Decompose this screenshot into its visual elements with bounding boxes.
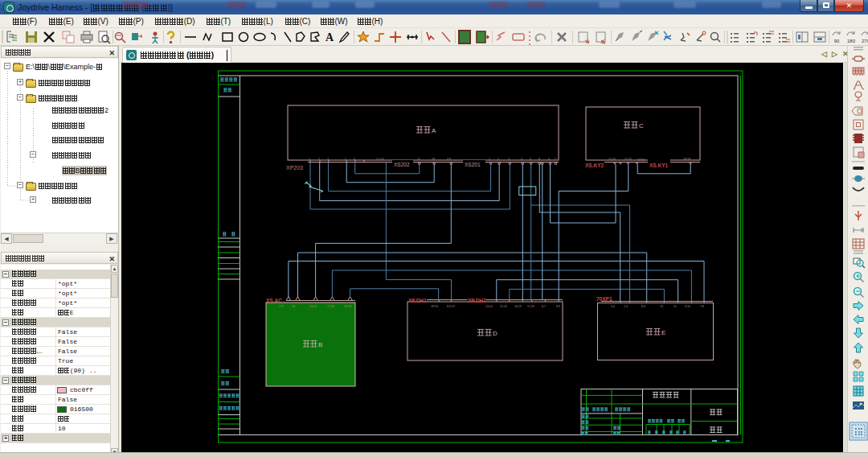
svg-text:8,9: 8,9 xyxy=(641,305,645,308)
svg-text:1: 1 xyxy=(309,158,310,161)
svg-text:15,16: 15,16 xyxy=(500,305,507,308)
svg-text:13,14: 13,14 xyxy=(309,305,317,308)
svg-text:8,9,19: 8,9,19 xyxy=(447,305,455,308)
svg-text:8,7: 8,7 xyxy=(542,305,546,308)
svg-text:3,4: 3,4 xyxy=(611,305,615,308)
svg-text:5: 5 xyxy=(530,158,531,161)
svg-text:XP.DH1: XP.DH1 xyxy=(408,298,427,303)
svg-text:XS201: XS201 xyxy=(465,162,481,167)
svg-text:18*18: 18*18 xyxy=(683,158,690,161)
svg-text:E: E xyxy=(661,329,665,336)
svg-text:4,9: 4,9 xyxy=(447,158,451,161)
svg-text:XS.KY2: XS.KY2 xyxy=(585,163,604,168)
svg-text:18: 18 xyxy=(292,305,295,308)
svg-text:5: 5 xyxy=(345,158,346,161)
svg-text:13: 13 xyxy=(660,305,663,308)
svg-text:11,13: 11,13 xyxy=(624,158,632,161)
svg-text:270: 270 xyxy=(862,39,868,43)
svg-text:16,19: 16,19 xyxy=(514,305,522,308)
svg-text:1: 1 xyxy=(489,158,490,161)
svg-text:9,10: 9,10 xyxy=(685,305,690,308)
svg-text:8,9: 8,9 xyxy=(556,305,560,308)
svg-text:18: 18 xyxy=(432,158,435,161)
svg-text:1,3: 1,3 xyxy=(624,305,628,308)
svg-text:A: A xyxy=(326,31,334,43)
svg-text:2: 2 xyxy=(497,158,499,161)
svg-text:B: B xyxy=(318,341,322,348)
svg-text:C: C xyxy=(639,122,644,130)
svg-text:XS202: XS202 xyxy=(394,162,410,167)
svg-text:70XP1: 70XP1 xyxy=(596,296,612,302)
svg-text:18*16: 18*16 xyxy=(431,305,438,308)
svg-text:90: 90 xyxy=(834,39,840,43)
svg-text:XP.DH2: XP.DH2 xyxy=(468,298,486,303)
svg-text:19*22: 19*22 xyxy=(344,305,351,308)
svg-text:7,8: 7,8 xyxy=(700,305,704,308)
svg-text:XP203: XP203 xyxy=(286,165,303,171)
svg-text:2: 2 xyxy=(318,158,320,161)
svg-text:3: 3 xyxy=(327,158,329,161)
svg-text:13,14: 13,14 xyxy=(485,305,493,308)
svg-text:4: 4 xyxy=(521,158,522,161)
svg-text:6: 6 xyxy=(548,158,550,161)
svg-text:1*8: 1*8 xyxy=(279,305,283,308)
svg-text:6: 6 xyxy=(354,158,355,161)
svg-text:XS.AC: XS.AC xyxy=(266,298,282,303)
svg-text:1,5,14: 1,5,14 xyxy=(376,158,384,161)
svg-text:XS.KY1: XS.KY1 xyxy=(649,163,669,168)
svg-text:3: 3 xyxy=(508,158,510,161)
svg-text:180: 180 xyxy=(847,39,856,43)
svg-text:D: D xyxy=(493,330,497,337)
svg-text:7: 7 xyxy=(555,158,556,161)
svg-text:17,18: 17,18 xyxy=(527,305,534,308)
svg-text:15,16: 15,16 xyxy=(608,158,616,161)
svg-text:11: 11 xyxy=(674,305,677,308)
svg-text:A: A xyxy=(432,127,436,134)
svg-text:..: .. xyxy=(231,89,233,93)
svg-text:17,18: 17,18 xyxy=(327,305,334,308)
svg-text:11: 11 xyxy=(417,158,420,161)
svg-text:18*18: 18*18 xyxy=(637,159,645,162)
svg-text:8: 8 xyxy=(538,158,540,161)
